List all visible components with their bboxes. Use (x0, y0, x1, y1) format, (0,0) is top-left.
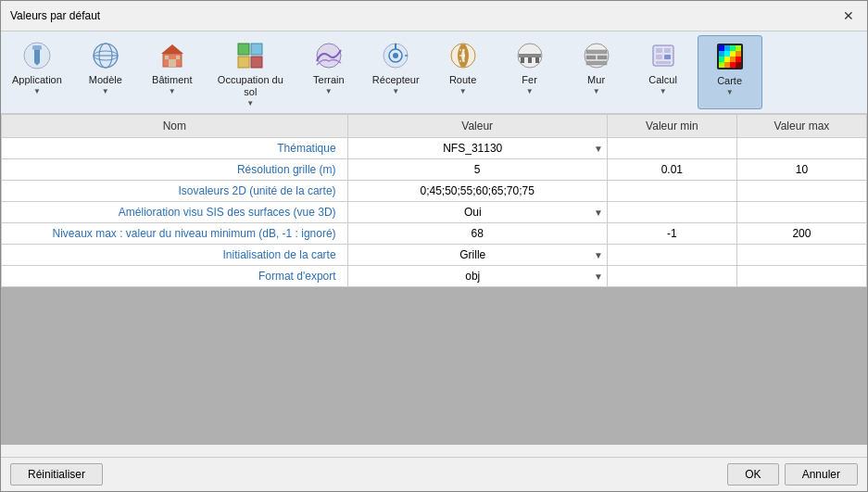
toolbar: Application ▼ Modèle ▼ (1, 32, 867, 114)
svg-rect-17 (251, 57, 262, 68)
building-icon (156, 39, 189, 72)
row-label-2: Isovaleurs 2D (unité de la carte) (2, 181, 348, 202)
svg-rect-29 (519, 54, 541, 57)
toolbar-item-recepteur[interactable]: Récepteur ▼ (363, 35, 429, 109)
svg-rect-42 (664, 55, 671, 59)
svg-rect-54 (724, 57, 730, 62)
svg-rect-12 (165, 56, 169, 59)
row-min-5 (607, 245, 736, 266)
row-min-0 (607, 138, 736, 159)
svg-rect-49 (719, 51, 724, 57)
svg-rect-32 (535, 57, 539, 63)
row-label-4: Niveaux max : valeur du niveau minimum (… (2, 223, 348, 245)
dialog-title: Valeurs par défaut (10, 9, 100, 22)
row-label-0: Thématique (2, 138, 348, 159)
ok-button[interactable]: OK (727, 463, 778, 486)
toolbar-item-modele[interactable]: Modèle ▼ (73, 35, 138, 109)
table-row: Isovaleurs 2D (unité de la carte)0;45;50… (2, 181, 867, 202)
svg-rect-37 (586, 61, 607, 65)
row-max-0 (736, 138, 866, 159)
toolbar-arrow-fer: ▼ (526, 87, 534, 95)
toolbar-item-application[interactable]: Application ▼ (3, 35, 71, 109)
svg-rect-14 (238, 44, 249, 55)
row-value-5[interactable]: Grille▼ (347, 245, 607, 266)
svg-rect-52 (736, 51, 741, 57)
globe-icon (89, 39, 122, 72)
dropdown-3[interactable]: Oui▼ (352, 206, 603, 219)
col-header-nom: Nom (2, 115, 348, 138)
row-max-6 (736, 266, 866, 287)
dropdown-5[interactable]: Grille▼ (352, 248, 603, 261)
toolbar-arrow-application: ▼ (33, 87, 41, 95)
svg-rect-16 (238, 57, 249, 68)
row-label-6: Format d'export (2, 266, 348, 287)
svg-rect-40 (664, 48, 671, 53)
toolbar-item-fer[interactable]: Fer ▼ (497, 35, 562, 109)
toolbar-item-terrain[interactable]: Terrain ▼ (296, 35, 361, 109)
svg-rect-41 (656, 55, 662, 59)
close-button[interactable]: ✕ (839, 6, 858, 25)
row-value-6[interactable]: obj▼ (347, 266, 607, 287)
svg-rect-15 (251, 44, 262, 55)
toolbar-arrow-calcul: ▼ (660, 87, 667, 95)
toolbar-arrow-terrain: ▼ (325, 87, 333, 95)
cancel-button[interactable]: Annuler (785, 463, 858, 486)
toolbar-item-mur[interactable]: Mur ▼ (564, 35, 629, 109)
table-row: ThématiqueNFS_31130▼ (2, 138, 867, 159)
carte-icon (713, 40, 747, 73)
toolbar-label-occupation: Occupation du sol (216, 74, 285, 98)
data-table: Nom Valeur Valeur min Valeur max Thémati… (1, 114, 867, 287)
svg-rect-34 (586, 50, 607, 54)
terrain-icon (312, 39, 346, 72)
row-value-0[interactable]: NFS_31130▼ (347, 138, 607, 159)
toolbar-item-calcul[interactable]: Calcul ▼ (631, 35, 696, 109)
svg-rect-35 (586, 56, 596, 59)
dropdown-6[interactable]: obj▼ (352, 270, 603, 283)
pencil-icon (20, 39, 54, 72)
dropdown-arrow-6: ▼ (594, 271, 603, 282)
row-min-3 (607, 202, 736, 223)
svg-rect-46 (724, 45, 730, 51)
svg-rect-51 (730, 51, 736, 57)
col-header-valeur-max: Valeur max (736, 115, 866, 138)
toolbar-item-route[interactable]: Route ▼ (431, 35, 496, 109)
occupation-icon (233, 39, 267, 72)
toolbar-label-route: Route (449, 74, 476, 86)
svg-rect-2 (32, 45, 42, 50)
svg-rect-39 (656, 48, 662, 53)
row-label-5: Initialisation de la carte (2, 245, 348, 266)
row-value-3[interactable]: Oui▼ (347, 202, 607, 223)
svg-rect-30 (521, 57, 524, 63)
toolbar-arrow-occupation: ▼ (246, 99, 254, 107)
svg-point-20 (393, 53, 398, 58)
footer-right: OK Annuler (727, 463, 858, 486)
toolbar-item-occupation[interactable]: Occupation du sol ▼ (207, 35, 295, 109)
reset-button[interactable]: Réinitialiser (10, 463, 103, 486)
toolbar-arrow-modele: ▼ (102, 87, 109, 95)
row-max-4: 200 (736, 223, 866, 245)
svg-marker-10 (161, 44, 183, 54)
row-label-1: Résolution grille (m) (2, 159, 348, 181)
col-header-valeur-min: Valeur min (607, 115, 736, 138)
toolbar-arrow-route: ▼ (459, 87, 467, 95)
toolbar-label-calcul: Calcul (648, 74, 677, 86)
dropdown-arrow-0: ▼ (594, 144, 603, 154)
dropdown-0[interactable]: NFS_31130▼ (352, 142, 603, 155)
toolbar-item-carte[interactable]: Carte ▼ (698, 35, 762, 109)
row-value-4: 68 (347, 223, 607, 245)
toolbar-item-batiment[interactable]: Bâtiment ▼ (140, 35, 205, 109)
svg-rect-47 (730, 45, 736, 51)
dropdown-arrow-3: ▼ (594, 208, 603, 218)
toolbar-label-batiment: Bâtiment (152, 74, 192, 86)
toolbar-label-application: Application (12, 74, 62, 86)
table-row: Initialisation de la carteGrille▼ (2, 245, 867, 266)
toolbar-arrow-recepteur: ▼ (392, 87, 399, 95)
table-row: Format d'exportobj▼ (2, 266, 867, 287)
svg-rect-58 (724, 62, 730, 68)
table-row: Niveaux max : valeur du niveau minimum (… (2, 223, 867, 245)
svg-rect-31 (528, 57, 532, 63)
dialog: Valeurs par défaut ✕ Application ▼ (0, 0, 868, 492)
title-bar: Valeurs par défaut ✕ (1, 1, 867, 32)
receptor-icon (379, 39, 412, 72)
svg-rect-36 (598, 56, 607, 59)
